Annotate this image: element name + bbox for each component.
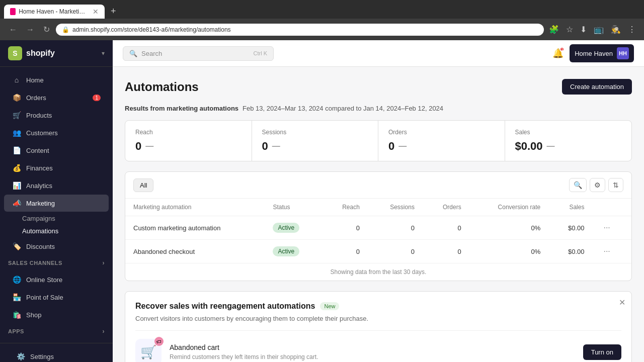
sidebar-item-settings[interactable]: ⚙️ Settings: [8, 348, 105, 362]
back-button[interactable]: ←: [6, 24, 20, 35]
col-actions: [592, 199, 631, 216]
automations-table: All 🔍 ⚙ ⇅ Marketing automation Status Re…: [125, 171, 632, 281]
sidebar-item-home[interactable]: ⌂ Home: [4, 71, 109, 88]
cast-button[interactable]: 📺: [592, 23, 606, 36]
filter-button[interactable]: ⚙: [590, 178, 605, 192]
sessions-label: Sessions: [262, 129, 368, 136]
search-table-button[interactable]: 🔍: [569, 178, 587, 192]
sidebar-item-automations[interactable]: Automations: [22, 225, 113, 237]
automation-sales-2: $0.00: [548, 240, 592, 263]
sidebar-item-finances-label: Finances: [26, 164, 53, 172]
sidebar-item-discounts[interactable]: 🏷️ Discounts: [4, 238, 109, 255]
online-store-icon: 🌐: [12, 275, 21, 284]
sidebar-expand-icon[interactable]: ▾: [102, 50, 105, 57]
products-icon: 🛒: [12, 111, 21, 120]
address-bar[interactable]: 🔒 admin.shopify.com/store/de8143-a6/mark…: [56, 24, 544, 36]
pos-icon: 🏪: [12, 293, 21, 302]
shopify-logo-text: shopify: [26, 49, 55, 58]
date-range: Feb 13, 2024–Mar 13, 2024 compared to Ja…: [243, 105, 443, 112]
sidebar-item-marketing[interactable]: 📣 Marketing: [4, 195, 109, 212]
notifications-button[interactable]: 🔔 1: [552, 48, 564, 59]
sidebar-item-orders[interactable]: 📦 Orders 1: [4, 89, 109, 106]
search-shortcut: Ctrl K: [254, 50, 268, 56]
browser-chrome: Home Haven - Marketing - Aut... ✕ + ← → …: [0, 0, 644, 40]
incognito-button[interactable]: 🕵: [609, 23, 623, 36]
store-switcher[interactable]: Home Haven HH: [570, 44, 634, 62]
sidebar-item-home-label: Home: [26, 76, 44, 84]
sidebar-item-pos-label: Point of Sale: [26, 294, 63, 301]
reengagement-card: ✕ Recover sales with reengagement automa…: [125, 291, 632, 362]
sessions-dash: —: [272, 142, 280, 151]
sidebar-item-analytics[interactable]: 📊 Analytics: [4, 177, 109, 194]
customers-icon: 👥: [12, 128, 21, 137]
menu-button[interactable]: ⋮: [626, 23, 638, 36]
refresh-button[interactable]: ↻: [40, 24, 53, 35]
reach-value: 0 —: [135, 140, 242, 153]
abandoned-cart-desc: Remind customers they left items in thei…: [170, 353, 575, 360]
store-avatar: HH: [617, 47, 629, 59]
close-reengagement-button[interactable]: ✕: [619, 298, 625, 307]
forward-button[interactable]: →: [23, 24, 37, 35]
reengagement-header: Recover sales with reengagement automati…: [135, 302, 621, 311]
sidebar-item-campaigns[interactable]: Campaigns: [22, 212, 113, 225]
col-sessions: Sessions: [368, 199, 423, 216]
table-toolbar: All 🔍 ⚙ ⇅: [125, 172, 631, 199]
sales-channels-expand-icon[interactable]: ›: [103, 259, 105, 266]
sidebar-item-customers[interactable]: 👥 Customers: [4, 124, 109, 141]
marketing-icon: 📣: [12, 199, 21, 208]
apps-expand-icon[interactable]: ›: [103, 328, 105, 335]
sort-button[interactable]: ⇅: [608, 178, 623, 192]
row-menu-button-2[interactable]: ···: [600, 246, 613, 257]
table-header: Marketing automation Status Reach Sessio…: [125, 199, 631, 216]
sidebar-item-analytics-label: Analytics: [26, 182, 52, 190]
campaigns-label: Campaigns: [22, 215, 55, 222]
cart-badge-dot: 🏷: [154, 337, 164, 346]
metric-card-sales: Sales $0.00 —: [505, 121, 632, 161]
sidebar-item-customers-label: Customers: [26, 129, 58, 137]
sidebar-header: S shopify ▾: [0, 40, 113, 67]
sidebar-item-shop[interactable]: 🛍️ Shop: [4, 306, 109, 323]
sidebar-item-products[interactable]: 🛒 Products: [4, 107, 109, 124]
finances-icon: 💰: [12, 163, 21, 172]
bookmark-button[interactable]: ☆: [564, 23, 575, 36]
sidebar-item-online-store[interactable]: 🌐 Online Store: [4, 271, 109, 288]
tab-close-icon[interactable]: ✕: [93, 8, 99, 16]
active-tab[interactable]: Home Haven - Marketing - Aut... ✕: [4, 5, 105, 19]
extensions-button[interactable]: 🧩: [547, 23, 561, 36]
store-name: Home Haven: [575, 50, 613, 57]
new-badge: New: [320, 302, 339, 310]
sidebar-nav: ⌂ Home 📦 Orders 1 🛒 Products 👥 Customers…: [0, 67, 113, 343]
search-bar[interactable]: 🔍 Search Ctrl K: [123, 46, 274, 61]
abandoned-cart-info: Abandoned cart Remind customers they lef…: [170, 343, 575, 360]
app-container: S shopify ▾ ⌂ Home 📦 Orders 1 🛒 Products…: [0, 40, 644, 362]
automation-reach-2: 0: [323, 240, 368, 263]
abandoned-cart-item: 🛒 🏷 Abandoned cart Remind customers they…: [135, 330, 621, 362]
sidebar-item-products-label: Products: [26, 112, 52, 119]
settings-icon: ⚙️: [16, 352, 25, 361]
row-menu-button-1[interactable]: ···: [600, 222, 613, 233]
browser-tabs: Home Haven - Marketing - Aut... ✕ +: [0, 0, 644, 19]
status-badge-2: Active: [273, 246, 299, 256]
automation-name-1: Custom marketing automation: [125, 216, 265, 240]
sidebar-item-pos[interactable]: 🏪 Point of Sale: [4, 289, 109, 306]
sidebar: S shopify ▾ ⌂ Home 📦 Orders 1 🛒 Products…: [0, 40, 113, 362]
create-automation-button[interactable]: Create automation: [562, 79, 632, 95]
shop-icon: 🛍️: [12, 310, 21, 319]
orders-dash: —: [398, 142, 407, 151]
new-tab-button[interactable]: +: [107, 4, 120, 19]
shopify-logo[interactable]: S shopify: [8, 46, 55, 60]
filter-tab-all[interactable]: All: [133, 178, 153, 192]
sidebar-item-finances[interactable]: 💰 Finances: [4, 159, 109, 176]
abandoned-cart-turn-on-button[interactable]: Turn on: [583, 344, 621, 360]
page-title: Automations: [125, 80, 199, 94]
content-icon: 📄: [12, 146, 21, 155]
automations-label: Automations: [22, 227, 58, 235]
sidebar-item-settings-label: Settings: [30, 353, 54, 360]
sidebar-item-content[interactable]: 📄 Content: [4, 142, 109, 159]
automation-sessions-2: 0: [368, 240, 423, 263]
automation-orders-1: 0: [423, 216, 469, 240]
topbar: 🔍 Search Ctrl K 🔔 1 Home Haven HH: [113, 40, 644, 67]
automation-sessions-1: 0: [368, 216, 423, 240]
download-button[interactable]: ⬇: [578, 23, 589, 36]
metric-card-reach: Reach 0 —: [125, 121, 252, 161]
